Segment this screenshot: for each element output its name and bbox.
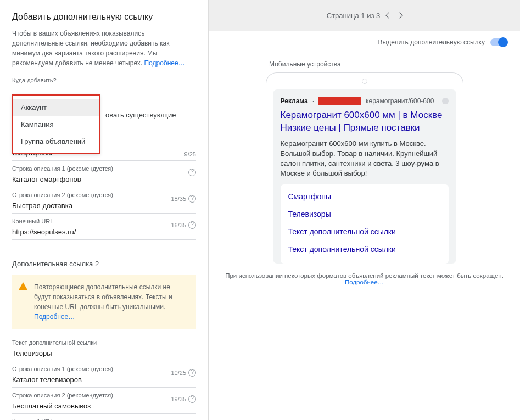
ad-sitelink[interactable]: Смартфоны [281, 188, 449, 205]
intro-text: Чтобы в ваших объявлениях показывались д… [12, 29, 196, 68]
sitelink1-desc1-field: Строка описания 1 (рекомендуется) [12, 165, 196, 187]
right-panel: Страница 1 из 3 Выделить дополнительную … [209, 0, 520, 420]
highlight-label: Выделить дополнительную ссылку [378, 38, 485, 46]
sitelink2-desc2-counter: 19/35 [171, 396, 186, 402]
sitelink2-text-input[interactable] [12, 347, 196, 361]
duplicate-warning-link[interactable]: Подробнее… [34, 313, 75, 321]
pager-text: Страница 1 из 3 [327, 12, 380, 20]
ad-headline-2: Низкие цены | Прямые поставки [281, 122, 449, 135]
help-icon[interactable] [188, 195, 196, 203]
ad-more-icon[interactable] [442, 98, 449, 104]
ad-sitelinks-box: Смартфоны Телевизоры Текст дополнительно… [281, 184, 449, 264]
sitelink1-desc2-label: Строка описания 2 (рекомендуется) [12, 192, 196, 198]
ad-card: Реклама · керамогранит/600-600 Керамогра… [273, 89, 456, 264]
sitelink2-desc2-label: Строка описания 2 (рекомендуется) [12, 392, 196, 399]
pager-next-button[interactable] [397, 12, 403, 18]
help-icon[interactable] [188, 369, 196, 377]
sitelink2-desc1-label: Строка описания 1 (рекомендуется) [12, 366, 196, 372]
sitelink2-desc1-field: Строка описания 1 (рекомендуется) 10/25 [12, 366, 196, 388]
phone-speaker-icon [362, 79, 367, 84]
use-existing-partial-text: овать существующие [105, 85, 196, 127]
ad-preview-area: Мобильные устройства Реклама · керамогра… [209, 49, 520, 420]
sitelink1-desc2-field: Строка описания 2 (рекомендуется) 18/35 [12, 192, 196, 214]
ad-separator: · [312, 97, 314, 105]
ad-top-row: Реклама · керамогранит/600-600 [281, 97, 449, 105]
sitelink1-text-counter: 9/25 [184, 151, 196, 158]
sitelink1-url-label: Конечный URL [12, 218, 196, 225]
ad-headline-1: Керамогранит 600x600 мм | в Москве [281, 109, 449, 122]
preview-footer-link[interactable]: Подробнее… [345, 279, 384, 285]
dropdown-option-campaign[interactable]: Кампания [13, 116, 99, 133]
help-icon[interactable] [188, 221, 196, 229]
sitelink1-url-field: Конечный URL 16/35 [12, 218, 196, 240]
dropdown-option-adgroup[interactable]: Группа объявлений [13, 133, 99, 150]
duplicate-warning: Повторяющиеся дополнительные ссылки не б… [12, 275, 196, 329]
sitelink1-desc2-input[interactable] [12, 199, 196, 214]
ad-display-url: керамогранит/600-600 [366, 97, 434, 105]
duplicate-warning-text: Повторяющиеся дополнительные ссылки не б… [34, 283, 172, 311]
dropdown-option-account[interactable]: Аккаунт [13, 99, 99, 116]
sitelink2-desc1-meta: 10/25 [171, 369, 196, 377]
sitelink1-desc1-help [188, 169, 196, 176]
sitelink1-desc2-counter: 18/35 [171, 195, 186, 202]
sitelink2-text-label: Текст дополнительной ссылки [12, 339, 196, 346]
pager-prev-button[interactable] [386, 12, 392, 18]
help-icon[interactable] [188, 395, 196, 403]
sitelink1-desc1-label: Строка описания 1 (рекомендуется) [12, 165, 196, 172]
panel-title: Добавить дополнительную ссылку [12, 12, 196, 22]
help-icon[interactable] [188, 169, 196, 176]
sitelink1-url-meta: 16/35 [171, 221, 196, 229]
sitelink1-url-input[interactable] [12, 226, 196, 240]
sitelink2-desc2-field: Строка описания 2 (рекомендуется) 19/35 [12, 392, 196, 414]
sitelink2-desc2-meta: 19/35 [171, 395, 196, 403]
ad-sitelink[interactable]: Текст дополнительной ссылки [281, 240, 449, 258]
ad-headline: Керамогранит 600x600 мм | в Москве Низки… [281, 109, 449, 135]
phone-frame: Реклама · керамогранит/600-600 Керамогра… [266, 72, 463, 264]
sitelink2-desc2-input[interactable] [12, 400, 196, 414]
ad-description: Керамогранит 600x600 мм купить в Москве.… [281, 139, 449, 179]
highlight-toggle-bar: Выделить дополнительную ссылку [209, 31, 520, 49]
sitelink2-section-title: Дополнительная ссылка 2 [12, 260, 196, 268]
where-to-add-label: Куда добавить? [12, 77, 196, 83]
level-dropdown-menu: Аккаунт Кампания Группа объявлений [12, 94, 100, 154]
sitelink1-desc2-meta: 18/35 [171, 195, 196, 203]
preview-pager: Страница 1 из 3 [209, 0, 520, 31]
warning-icon [19, 282, 27, 290]
sitelink2-desc1-counter: 10/25 [171, 369, 186, 376]
redacted-domain [318, 97, 361, 105]
device-label: Мобильные устройства [269, 60, 341, 68]
preview-footer-note: При использовании некоторых форматов объ… [209, 272, 520, 285]
highlight-toggle[interactable] [490, 38, 507, 46]
ad-sitelink[interactable]: Телевизоры [281, 205, 449, 223]
sitelink1-desc1-input[interactable] [12, 173, 196, 187]
level-dropdown-wrapper: овать существующие Аккаунт Кампания Груп… [12, 85, 196, 127]
intro-learn-more-link[interactable]: Подробнее… [144, 59, 184, 67]
ad-sitelink[interactable]: Текст дополнительной ссылки [281, 223, 449, 240]
ad-badge: Реклама [281, 97, 308, 105]
sitelink2-desc1-input[interactable] [12, 373, 196, 388]
sitelink2-text-field: Текст дополнительной ссылки [12, 339, 196, 361]
left-panel: Добавить дополнительную ссылку Чтобы в в… [0, 0, 209, 420]
sitelink1-url-counter: 16/35 [171, 222, 186, 228]
preview-footer-text: При использовании некоторых форматов объ… [225, 272, 504, 279]
